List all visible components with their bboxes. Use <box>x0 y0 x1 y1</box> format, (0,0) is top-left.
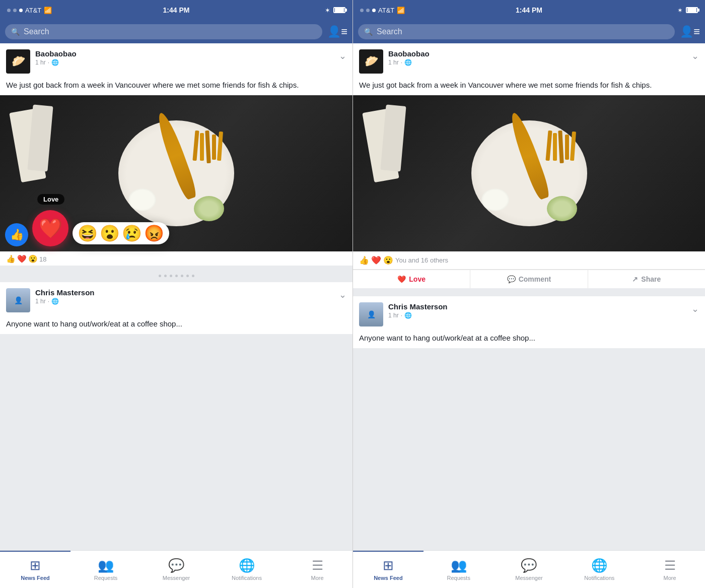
status-time-right: 1:44 PM <box>516 6 542 14</box>
messenger-label-left: Messenger <box>163 575 190 581</box>
post-dot-2-right: · <box>401 312 402 319</box>
post-author-info-1-left: Baobaobao 1 hr · 🌐 <box>35 49 77 66</box>
love-action-btn-right[interactable]: ❤️ Love <box>353 270 470 288</box>
food-bg-right <box>353 95 705 251</box>
search-input-right[interactable] <box>377 27 669 36</box>
tab-requests-right[interactable]: 👥 Requests <box>424 551 494 588</box>
bluetooth-icon: ✶ <box>325 7 330 14</box>
more-label-right: More <box>664 575 676 581</box>
share-action-label-right: Share <box>641 275 661 283</box>
post-globe-2-left: 🌐 <box>51 298 59 305</box>
status-bar-left-info: AT&T 📶 <box>7 7 52 14</box>
notifications-icon-left: 🌐 <box>239 558 255 573</box>
like-emoji-small-left: 👍 <box>6 254 16 264</box>
reaction-counts-right: 👍 ❤️ 😮 You and 16 others <box>359 255 699 265</box>
status-time-left: 1:44 PM <box>163 6 190 14</box>
wow-reaction-left[interactable]: 😮 <box>100 225 120 241</box>
love-tooltip-left: Love <box>37 194 64 205</box>
post-meta-1-right: 1 hr · 🌐 <box>388 59 430 66</box>
messenger-icon-right: 💬 <box>521 558 537 573</box>
tab-newsfeed-left[interactable]: ⊞ News Feed <box>0 551 70 588</box>
tab-messenger-left[interactable]: 💬 Messenger <box>141 551 212 588</box>
friends-menu-icon-right[interactable]: 👤≡ <box>680 25 700 38</box>
tab-bar-left: ⊞ News Feed 👥 Requests 💬 Messenger 🌐 Not… <box>0 550 352 588</box>
post-header-left-1: 🥟 Baobaobao 1 hr · 🌐 <box>6 49 77 74</box>
angry-reaction-left[interactable]: 😡 <box>144 225 164 241</box>
post-globe-2-right: 🌐 <box>404 312 412 319</box>
post-chevron-1-right[interactable]: ⌄ <box>691 50 699 61</box>
post-card-1-left: 🥟 Baobaobao 1 hr · 🌐 ⌄ We just got back … <box>0 43 352 266</box>
comment-action-btn-right[interactable]: 💬 Comment <box>470 270 587 288</box>
battery-icon <box>333 7 345 13</box>
post-image-1-left: 👍 Love ❤️ 😆 😮 😢 😡 <box>0 95 352 251</box>
love-emoji-small-left: ❤️ <box>17 254 27 264</box>
avatar-baobaobao-right: 🥟 <box>359 49 383 74</box>
post-chevron-2-left[interactable]: ⌄ <box>339 289 346 300</box>
messenger-icon-left: 💬 <box>168 558 184 573</box>
right-phone-panel: AT&T 📶 1:44 PM ✶ 🔍 👤≡ 🥟 Baobaobao <box>352 0 705 588</box>
newsfeed-label-right: News Feed <box>374 575 402 581</box>
reaction-popup-overlay: 👍 Love ❤️ 😆 😮 😢 😡 <box>5 210 169 246</box>
signal-dot-1 <box>7 9 11 12</box>
status-bar-right: AT&T 📶 1:44 PM ✶ <box>353 0 705 20</box>
divider-right <box>353 292 705 296</box>
post-text-1-right: We just got back from a week in Vancouve… <box>353 78 705 95</box>
reaction-counts-row-left: 👍 ❤️ 😮 18 <box>0 251 352 266</box>
fries-right <box>542 130 582 176</box>
post-dot-1-left: · <box>48 59 49 66</box>
signal-dot-r1 <box>360 9 364 12</box>
dots-separator-left <box>0 270 352 282</box>
wifi-icon-right: 📶 <box>397 7 405 14</box>
sauce-bowl-right <box>481 188 509 211</box>
notifications-icon-right: 🌐 <box>591 558 607 573</box>
love-bubble-left[interactable]: Love ❤️ <box>32 210 68 246</box>
search-input-left[interactable] <box>24 27 316 36</box>
tab-requests-left[interactable]: 👥 Requests <box>70 551 141 588</box>
post-author-info-1-right: Baobaobao 1 hr · 🌐 <box>388 49 430 66</box>
like-bubble-left[interactable]: 👍 <box>5 223 28 246</box>
dot-3 <box>170 275 172 277</box>
tab-active-indicator-right <box>353 551 424 552</box>
post-header-right-2: 👤 Chris Masterson 1 hr · 🌐 <box>359 302 448 326</box>
friends-menu-icon-left[interactable]: 👤≡ <box>327 25 347 38</box>
post-globe-1-left: 🌐 <box>51 59 59 66</box>
left-phone-panel: AT&T 📶 1:44 PM ✶ 🔍 👤≡ 🥟 Baobaobao <box>0 0 352 588</box>
search-wrapper-left[interactable]: 🔍 <box>5 24 322 39</box>
status-bar-left: AT&T 📶 1:44 PM ✶ <box>0 0 352 20</box>
dot-4 <box>175 275 178 277</box>
search-wrapper-right[interactable]: 🔍 <box>358 24 675 39</box>
carrier-name: AT&T <box>25 7 41 14</box>
tab-newsfeed-right[interactable]: ⊞ News Feed <box>353 551 424 588</box>
tab-notifications-right[interactable]: 🌐 Notifications <box>564 551 634 588</box>
requests-icon-right: 👥 <box>451 558 467 573</box>
search-icon-right: 🔍 <box>364 28 373 36</box>
requests-label-right: Requests <box>447 575 470 581</box>
sad-reaction-left[interactable]: 😢 <box>122 225 142 241</box>
like-emoji-right: 👍 <box>359 255 369 265</box>
post-card-2-right: 👤 Chris Masterson 1 hr · 🌐 ⌄ Anyone want… <box>353 296 705 348</box>
post-author-name-1-left: Baobaobao <box>35 49 77 58</box>
coleslaw-bowl-left <box>194 196 224 221</box>
more-label-left: More <box>311 575 323 581</box>
notifications-label-right: Notifications <box>584 575 614 581</box>
reaction-area-right: 👍 ❤️ 😮 You and 16 others <box>353 251 705 270</box>
post-header-2-right: 👤 Chris Masterson 1 hr · 🌐 ⌄ <box>353 296 705 331</box>
fries-left <box>189 130 229 176</box>
signal-dot-r2 <box>366 9 370 12</box>
tab-messenger-right[interactable]: 💬 Messenger <box>494 551 565 588</box>
haha-reaction-left[interactable]: 😆 <box>78 225 98 241</box>
post-text-2-right: Anyone want to hang out/work/eat at a co… <box>353 331 705 348</box>
comment-action-label-right: Comment <box>519 275 551 283</box>
avatar-chris-right: 👤 <box>359 302 383 326</box>
comment-action-icon-right: 💬 <box>507 275 516 283</box>
share-action-btn-right[interactable]: ↗ Share <box>588 270 705 288</box>
post-chevron-2-right[interactable]: ⌄ <box>691 303 699 314</box>
post-chevron-1-left[interactable]: ⌄ <box>339 50 346 61</box>
tab-notifications-left[interactable]: 🌐 Notifications <box>212 551 282 588</box>
wifi-icon: 📶 <box>44 7 52 14</box>
post-food-image-right <box>353 95 705 251</box>
dot-1 <box>159 275 161 277</box>
wow-emoji-small-left: 😮 <box>28 254 38 264</box>
tab-more-right[interactable]: ☰ More <box>634 551 705 588</box>
tab-more-left[interactable]: ☰ More <box>282 551 352 588</box>
